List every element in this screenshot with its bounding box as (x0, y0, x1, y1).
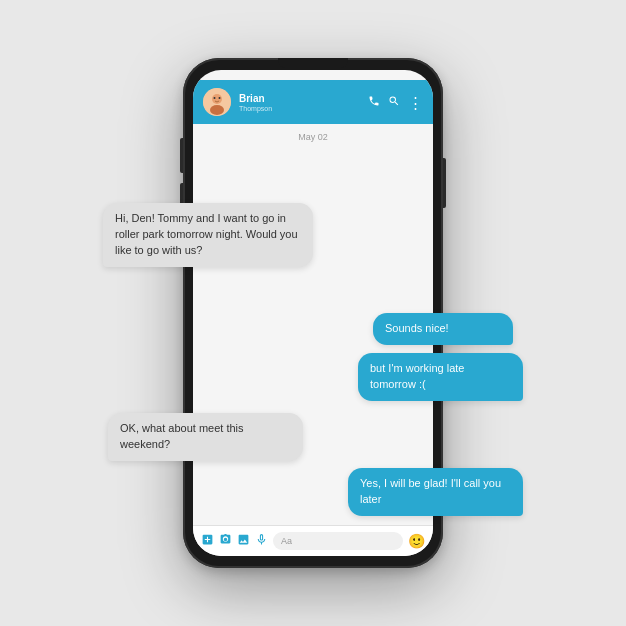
svg-point-4 (219, 97, 221, 99)
svg-point-3 (214, 97, 216, 99)
image-icon[interactable] (237, 533, 250, 549)
message-bubble-2: Sounds nice! (373, 313, 513, 345)
phone-notch (278, 58, 348, 68)
contact-subtitle: Thompson (239, 105, 360, 112)
chat-header: Brian Thompson ⋮ (193, 80, 433, 124)
input-bar: Aa 🙂 (193, 525, 433, 556)
message-bubble-1: Hi, Den! Tommy and I want to go in rolle… (103, 203, 313, 267)
emoji-icon[interactable]: 🙂 (408, 533, 425, 549)
contact-avatar (203, 88, 231, 116)
message-input[interactable]: Aa (273, 532, 403, 550)
date-separator: May 02 (193, 124, 433, 146)
svg-point-2 (210, 105, 224, 115)
camera-icon[interactable] (219, 533, 232, 549)
svg-point-1 (212, 94, 222, 104)
message-bubble-3: but I'm working late tomorrow :( (358, 353, 523, 401)
search-icon[interactable] (388, 95, 400, 110)
phone-icon[interactable] (368, 95, 380, 110)
phone-mockup: Brian Thompson ⋮ May 02 (183, 58, 443, 568)
mic-icon[interactable] (255, 533, 268, 549)
contact-info: Brian Thompson (239, 93, 360, 112)
header-action-icons: ⋮ (368, 95, 423, 110)
contact-name: Brian (239, 93, 360, 105)
add-icon[interactable] (201, 533, 214, 549)
message-bubble-5: Yes, I will be glad! I'll call you later (348, 468, 523, 516)
more-options-icon[interactable]: ⋮ (408, 95, 423, 110)
message-bubble-4: OK, what about meet this weekend? (108, 413, 303, 461)
